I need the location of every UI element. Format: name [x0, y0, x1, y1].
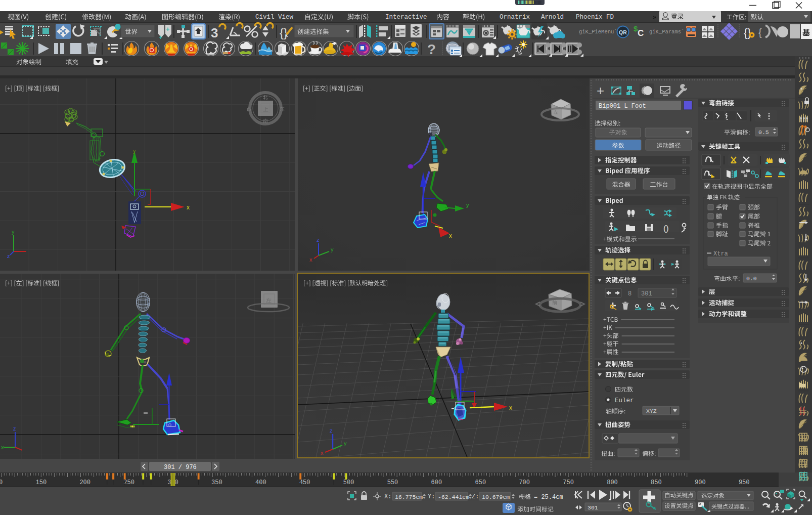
svg-text:301 / 976: 301 / 976	[164, 464, 197, 471]
svg-text:Z:: Z:	[472, 493, 479, 500]
svg-text:700: 700	[519, 479, 530, 486]
svg-text:y: y	[331, 246, 334, 252]
svg-text:+: +	[166, 25, 170, 33]
svg-text:500: 500	[343, 479, 354, 486]
svg-text:y: y	[133, 148, 136, 154]
svg-text:z: z	[317, 237, 320, 243]
svg-text:250: 250	[123, 479, 134, 486]
svg-text:y: y	[12, 229, 15, 235]
svg-text:Civil View: Civil View	[255, 14, 294, 21]
svg-text:150: 150	[35, 479, 47, 486]
svg-text:3: 3	[211, 25, 218, 40]
svg-text:0.0: 0.0	[746, 275, 757, 282]
svg-text:x: x	[321, 450, 324, 456]
svg-text:10.679cm: 10.679cm	[482, 494, 510, 500]
svg-text:Bip001 L Foot: Bip001 L Foot	[599, 103, 646, 110]
svg-text:Xtra: Xtra	[713, 250, 728, 258]
svg-text:{: {	[758, 27, 762, 38]
svg-text:C: C	[638, 28, 644, 38]
svg-text:(): ()	[663, 224, 669, 233]
svg-text:450: 450	[299, 479, 310, 486]
svg-text:550: 550	[387, 479, 398, 486]
svg-text:301: 301	[641, 290, 652, 297]
svg-text:Euler: Euler	[615, 397, 634, 404]
svg-text:Ornatrix: Ornatrix	[500, 14, 530, 21]
svg-text:z: z	[13, 425, 16, 432]
svg-text:= 25.4cm: = 25.4cm	[534, 494, 563, 501]
svg-text:Phoenix FD: Phoenix FD	[576, 14, 614, 21]
svg-text:x: x	[449, 232, 452, 239]
svg-text:750: 750	[563, 479, 574, 486]
svg-text:x: x	[509, 404, 512, 411]
svg-text:{}: {}	[280, 26, 288, 39]
svg-text:Interactive: Interactive	[385, 14, 427, 21]
svg-text:Arnold: Arnold	[541, 14, 564, 21]
svg-text:850: 850	[651, 479, 662, 486]
svg-text:0.5: 0.5	[758, 129, 769, 136]
svg-text:Y:: Y:	[428, 493, 435, 500]
svg-text:z: z	[7, 253, 10, 259]
svg-text:giK_PieMenu`: giK_PieMenu`	[579, 29, 617, 35]
svg-text:XYZ: XYZ	[646, 408, 657, 414]
svg-text:8: 8	[628, 290, 631, 297]
svg-text:100: 100	[0, 479, 3, 486]
svg-text:400: 400	[255, 479, 266, 486]
svg-text:x: x	[187, 204, 190, 211]
svg-text:x: x	[1, 444, 4, 450]
svg-text:?: ?	[427, 41, 436, 57]
svg-text:350: 350	[211, 479, 222, 486]
svg-text:600: 600	[431, 479, 442, 486]
svg-text:y: y	[466, 202, 469, 208]
svg-text:800: 800	[607, 479, 618, 486]
svg-text:650: 650	[475, 479, 486, 486]
svg-text:+: +	[159, 33, 163, 41]
svg-text:x: x	[309, 256, 312, 263]
svg-text:-62.441cm: -62.441cm	[438, 494, 469, 500]
svg-text:900: 900	[695, 479, 706, 486]
svg-text:z: z	[330, 427, 333, 434]
svg-text:QR: QR	[619, 29, 627, 35]
svg-text:16.775cm: 16.775cm	[395, 494, 423, 500]
svg-text:301: 301	[588, 504, 598, 511]
svg-text:950: 950	[739, 479, 750, 486]
svg-text:giK_Params`: giK_Params`	[649, 29, 684, 35]
svg-text:200: 200	[79, 479, 91, 486]
svg-text:X:: X:	[384, 493, 391, 500]
svg-text:+: +	[597, 83, 604, 98]
svg-text:y: y	[344, 440, 347, 446]
svg-text:{}: {}	[744, 26, 751, 39]
